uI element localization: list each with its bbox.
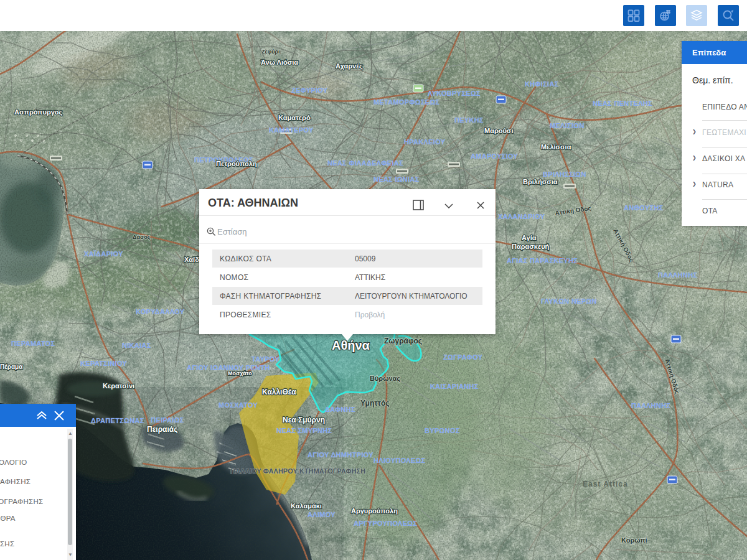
- svg-text:ΛΥΚΟΒΡΥΣΕΩΣ: ΛΥΚΟΒΡΥΣΕΩΣ: [428, 90, 481, 97]
- svg-text:ΒΥΡΩΝΟΣ: ΒΥΡΩΝΟΣ: [425, 427, 460, 434]
- svg-text:ΜΕΤΑΜΟΡΦΩΣΕΩΣ: ΜΕΤΑΜΟΡΦΩΣΕΩΣ: [374, 98, 440, 106]
- svg-text:Ζωγράφος: Ζωγράφος: [384, 337, 422, 345]
- svg-text:ΗΡΑΚΛΕΙΟΥ: ΗΡΑΚΛΕΙΟΥ: [404, 138, 446, 146]
- svg-text:ΤΑΥΡΟΥ: ΤΑΥΡΟΥ: [251, 355, 280, 363]
- svg-text:Υμηττός: Υμηττός: [360, 399, 390, 408]
- svg-text:ΠΑΛΛΗΝΗΣ: ΠΑΛΛΗΝΗΣ: [658, 271, 697, 279]
- svg-text:Πετρούπολη: Πετρούπολη: [216, 160, 257, 167]
- svg-text:ΠΑΛΑΙΟΥ ΦΑΛΗΡΟΥ-ΚΤΗΜΑΤΟΓΡΑΦΗΣΗ: ΠΑΛΑΙΟΥ ΦΑΛΗΡΟΥ-ΚΤΗΜΑΤΟΓΡΑΦΗΣΗ: [230, 467, 365, 475]
- svg-text:ΒΡΙΛΗΣΣΙΩΝ: ΒΡΙΛΗΣΣΙΩΝ: [543, 170, 586, 178]
- svg-text:ΝΕΑΣ ΦΙΛΑΔΕΛΦΕΙΑΣ: ΝΕΑΣ ΦΙΛΑΔΕΛΦΕΙΑΣ: [327, 159, 403, 167]
- svg-text:Αχαρνές: Αχαρνές: [336, 62, 363, 70]
- svg-text:ΚΟΡΥΔΑΛΛΟΥ: ΚΟΡΥΔΑΛΛΟΥ: [136, 308, 185, 315]
- svg-text:Δάσος: Δάσος: [133, 234, 151, 240]
- svg-text:ΝΕΑΣ ΠΕΝΤΕΛΗΣ: ΝΕΑΣ ΠΕΝΤΕΛΗΣ: [593, 100, 652, 107]
- svg-text:ΚΕΡΑΤΣΙΝΙΟΥ: ΚΕΡΑΤΣΙΝΙΟΥ: [80, 360, 127, 367]
- svg-text:Μελίσσια: Μελίσσια: [541, 143, 571, 151]
- svg-text:Νεα Σμύρνη: Νεα Σμύρνη: [283, 416, 325, 424]
- svg-text:Καλαμάκι: Καλαμάκι: [291, 502, 322, 510]
- svg-text:ΧΑΪΔΑΡΙΟΥ: ΧΑΪΔΑΡΙΟΥ: [84, 250, 123, 258]
- svg-text:East Attica: East Attica: [583, 480, 628, 488]
- svg-text:ΓΛΥΚΩΝ ΝΕΡΩΝ: ΓΛΥΚΩΝ ΝΕΡΩΝ: [541, 297, 597, 305]
- svg-text:ΝΙΚΑΙΑΣ: ΝΙΚΑΙΑΣ: [122, 342, 151, 349]
- svg-text:ΠΕΥΚΗΣ: ΠΕΥΚΗΣ: [454, 116, 484, 124]
- svg-text:ΠΕΙΡΑΙΩΣ: ΠΕΙΡΑΙΩΣ: [151, 416, 184, 424]
- svg-text:ΜΟΣΧΑΤΟΥ: ΜΟΣΧΑΤΟΥ: [218, 401, 258, 409]
- svg-text:ΑΜΑΡΟΥΣΙΟΥ: ΑΜΑΡΟΥΣΙΟΥ: [471, 152, 519, 160]
- svg-text:ΧΑΛΑΝΔΡΙΟΥ: ΧΑΛΑΝΔΡΙΟΥ: [498, 213, 545, 220]
- svg-text:ΝΕΑΣ ΣΜΥΡΝΗΣ: ΝΕΑΣ ΣΜΥΡΝΗΣ: [276, 427, 332, 434]
- svg-text:ΔΑΦΝΗΣ: ΔΑΦΝΗΣ: [325, 406, 355, 413]
- svg-text:ΚΑΙΣΑΡΙΑΝΗΣ: ΚΑΙΣΑΡΙΑΝΗΣ: [430, 383, 479, 390]
- svg-text:ΖΩΓΡΑΦΟΥ: ΖΩΓΡΑΦΟΥ: [443, 353, 483, 361]
- svg-text:Κορωπί: Κορωπί: [621, 536, 647, 544]
- svg-text:ΝΕΑΣ ΙΩΝΙΑΣ: ΝΕΑΣ ΙΩΝΙΑΣ: [374, 175, 420, 183]
- svg-text:Πειραιάς: Πειραιάς: [147, 425, 177, 434]
- svg-text:Κερατσίνι: Κερατσίνι: [103, 382, 134, 390]
- svg-text:ΚΑΜΑΤΕΡΟΥ: ΚΑΜΑΤΕΡΟΥ: [269, 126, 314, 134]
- svg-text:Βριλήσσια: Βριλήσσια: [523, 178, 558, 185]
- svg-text:ΑΓΙΑΣ ΠΑΡΑΣΚΕΥΗΣ: ΑΓΙΑΣ ΠΑΡΑΣΚΕΥΗΣ: [507, 257, 578, 264]
- svg-text:ΚαλλιΘέα: ΚαλλιΘέα: [262, 388, 296, 396]
- svg-text:ΑΡΓΥΡΟΥΠΟΛΕΩΣ: ΑΡΓΥΡΟΥΠΟΛΕΩΣ: [354, 520, 417, 527]
- svg-text:ΖΕΦΥΡΙΟΥ: ΖΕΦΥΡΙΟΥ: [291, 86, 328, 94]
- svg-text:Αγία: Αγία: [522, 234, 537, 241]
- svg-text:Αργυρούπολη: Αργυρούπολη: [351, 507, 398, 515]
- svg-text:ΑΓΙΟΥ ΔΗΜΗΤΡΙΟΥ: ΑΓΙΟΥ ΔΗΜΗΤΡΙΟΥ: [308, 451, 374, 459]
- svg-text:Μοσχάτο: Μοσχάτο: [228, 370, 252, 376]
- svg-text:Ασπρόπυργος: Ασπρόπυργος: [14, 108, 63, 116]
- svg-text:ΔΡΑΠΕΤΣΩΝΑΣ: ΔΡΑΠΕΤΣΩΝΑΣ: [91, 417, 144, 424]
- svg-text:ΜΕΛΙΣΙΩΝ: ΜΕΛΙΣΙΩΝ: [550, 122, 585, 129]
- svg-text:Καματερό: Καματερό: [278, 114, 311, 121]
- svg-text:Βύρωνας: Βύρωνας: [370, 375, 400, 383]
- svg-text:ΑΝΘΟΥΣΗΣ: ΑΝΘΟΥΣΗΣ: [624, 204, 664, 212]
- svg-text:Πέραμα: Πέραμα: [0, 363, 23, 370]
- svg-text:Ζεφύρι: Ζεφύρι: [261, 49, 280, 55]
- svg-text:ΚΗΦΙΣΙΑΣ: ΚΗΦΙΣΙΑΣ: [525, 80, 559, 88]
- svg-text:ΠΕΡΑΜΑΤΟΣ: ΠΕΡΑΜΑΤΟΣ: [11, 340, 55, 347]
- svg-text:ΠΑΛΛΗΝΗΣ: ΠΑΛΛΗΝΗΣ: [631, 402, 670, 409]
- svg-text:Άνω Λιόσια: Άνω Λιόσια: [261, 58, 298, 66]
- svg-text:ΗΛΙΟΥΠΟΛΕΩΣ: ΗΛΙΟΥΠΟΛΕΩΣ: [374, 457, 426, 464]
- svg-text:ΑΛΙΜΟΥ: ΑΛΙΜΟΥ: [308, 511, 336, 518]
- svg-text:Μαρούσι: Μαρούσι: [484, 127, 513, 134]
- svg-text:Παρασκευή: Παρασκευή: [512, 243, 550, 250]
